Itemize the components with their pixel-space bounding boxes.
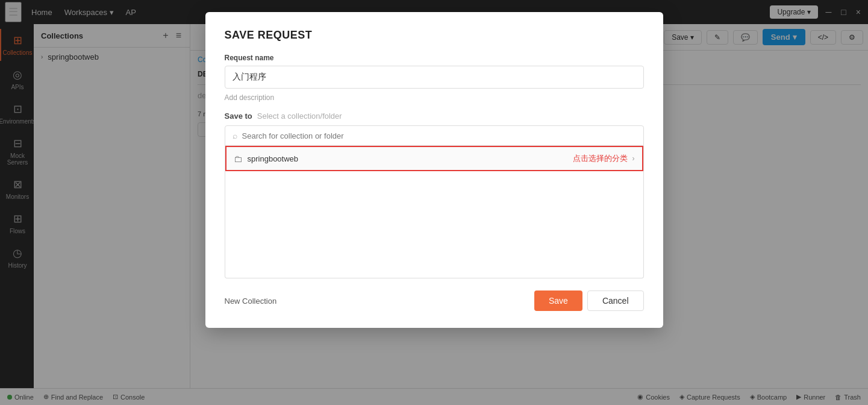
modal-cancel-button[interactable]: Cancel [587,290,644,311]
modal-save-button[interactable]: Save [534,290,582,311]
save-request-modal: SAVE REQUEST Request name Add descriptio… [205,12,663,328]
request-name-input[interactable] [225,66,644,89]
save-to-row: Save to Select a collection/folder [225,111,644,121]
new-collection-button[interactable]: New Collection [225,297,277,306]
collection-item-annotation: 点击选择的分类 [573,153,628,164]
collection-list-empty-space [225,171,643,278]
modal-title: SAVE REQUEST [225,29,644,42]
collection-search-input[interactable] [242,131,636,140]
modal-footer: New Collection Save Cancel [225,290,644,311]
collection-item-chevron-icon: › [632,154,635,163]
modal-action-buttons: Save Cancel [534,290,644,311]
modal-overlay: SAVE REQUEST Request name Add descriptio… [0,0,868,405]
collection-list: 🗀 springbootweb 点击选择的分类 › [225,146,644,278]
save-to-label: Save to [225,111,252,121]
collection-search-container: ⌕ [225,125,644,146]
save-to-placeholder: Select a collection/folder [257,111,342,121]
search-icon: ⌕ [233,131,237,140]
collection-folder-icon: 🗀 [234,154,243,164]
collection-list-item-springbootweb[interactable]: 🗀 springbootweb 点击选择的分类 › [225,146,643,171]
add-description-link[interactable]: Add description [225,93,644,102]
collection-item-name: springbootweb [248,154,568,163]
request-name-label: Request name [225,54,644,62]
